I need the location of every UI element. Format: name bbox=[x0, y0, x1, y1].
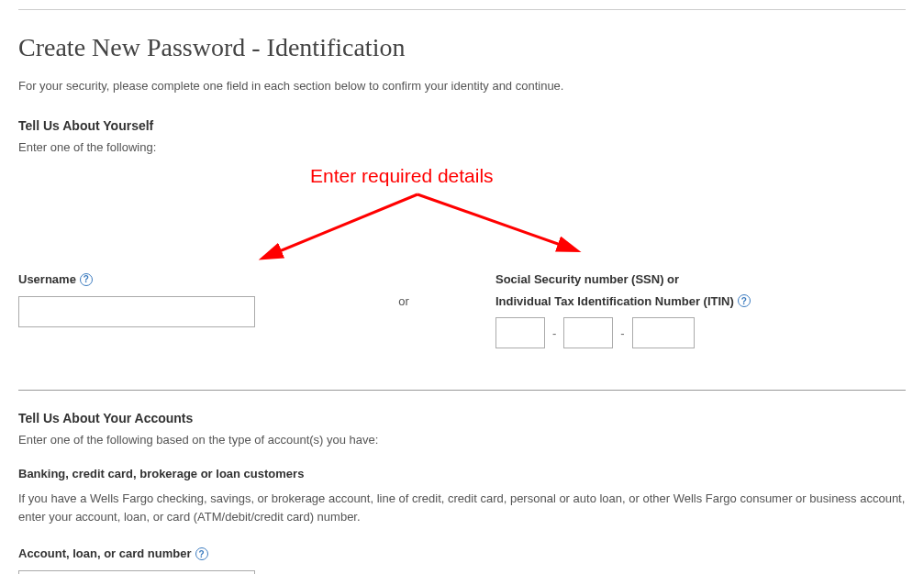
ssn-dash: - bbox=[552, 326, 556, 340]
page-title: Create New Password - Identification bbox=[18, 33, 906, 62]
section1-heading: Tell Us About Yourself bbox=[18, 118, 906, 133]
or-separator: or bbox=[312, 270, 495, 308]
section1-sub: Enter one of the following: bbox=[18, 140, 906, 154]
username-column: Username ? bbox=[18, 270, 312, 327]
identification-row: Username ? or Social Security number (SS… bbox=[18, 270, 906, 348]
username-input[interactable] bbox=[18, 296, 255, 327]
username-label: Username bbox=[18, 270, 76, 289]
ssn-column: Social Security number (SSN) or Individu… bbox=[495, 270, 906, 348]
section2-sub: Enter one of the following based on the … bbox=[18, 433, 906, 447]
ssn-input-group: - - bbox=[495, 317, 906, 348]
annotation-arrows bbox=[257, 183, 587, 275]
ssn-label-row: Social Security number (SSN) or Individu… bbox=[495, 270, 906, 310]
help-icon[interactable]: ? bbox=[195, 547, 208, 560]
customer-type-heading: Banking, credit card, brokerage or loan … bbox=[18, 467, 906, 480]
help-icon[interactable]: ? bbox=[738, 294, 751, 307]
section2-heading: Tell Us About Your Accounts bbox=[18, 411, 906, 425]
top-divider bbox=[18, 9, 906, 10]
svg-line-0 bbox=[266, 194, 417, 257]
account-label-row: Account, loan, or card number ? bbox=[18, 545, 906, 563]
account-number-input[interactable] bbox=[18, 570, 255, 574]
annotation-overlay: Enter required details bbox=[18, 174, 906, 270]
ssn-part1-input[interactable] bbox=[495, 317, 545, 348]
svg-line-1 bbox=[417, 194, 573, 249]
help-icon[interactable]: ? bbox=[80, 273, 93, 286]
ssn-label-line2: Individual Tax Identification Number (IT… bbox=[495, 293, 734, 311]
account-label: Account, loan, or card number bbox=[18, 545, 192, 563]
ssn-part2-input[interactable] bbox=[563, 317, 613, 348]
section-divider bbox=[18, 390, 906, 391]
ssn-part3-input[interactable] bbox=[632, 317, 695, 348]
ssn-dash: - bbox=[620, 326, 624, 340]
intro-text: For your security, please complete one f… bbox=[18, 79, 906, 93]
account-description: If you have a Wells Fargo checking, savi… bbox=[18, 490, 906, 526]
